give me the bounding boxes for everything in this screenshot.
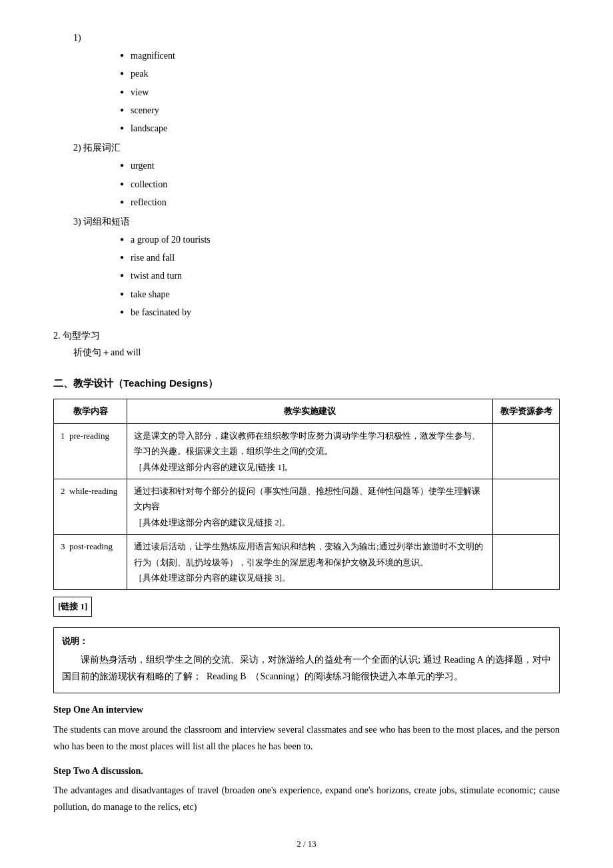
vocab-section-2-title: 拓展词汇 xyxy=(83,143,121,153)
table-cell-suggestion-1: 这是课文的导入部分，建议教师在组织教学时应努力调动学生学习积极性，激发学生参与、… xyxy=(127,423,493,479)
list-item: take shape xyxy=(113,286,560,303)
table-cell-suggestion-3: 通过读后活动，让学生熟练应用语言知识和结构，变输入为输出;通过列举出旅游时不文明… xyxy=(127,535,493,590)
sentence-num: 2. xyxy=(53,331,61,341)
vocab-num-1: 1) xyxy=(73,33,81,43)
vocab-section-2-header: 2) 拓展词汇 xyxy=(73,139,560,156)
vocab-section-2: 2) 拓展词汇 urgent collection reflection xyxy=(53,139,560,211)
vocab-section-1-header: 1) xyxy=(73,29,560,46)
table-cell-content-1: 1 pre-reading xyxy=(54,423,127,479)
list-item: scenery xyxy=(113,102,560,119)
list-item: a group of 20 tourists xyxy=(113,231,560,248)
link1-box: 说明： 课前热身活动，组织学生之间的交流、采访，对旅游给人的益处有一个全面的认识… xyxy=(53,627,560,694)
list-item: view xyxy=(113,84,560,101)
vocab-num-3: 3) xyxy=(73,217,81,227)
table-cell-content-3: 3 post-reading xyxy=(54,535,127,590)
vocab-items-3: a group of 20 tourists rise and fall twi… xyxy=(113,231,560,321)
section2-title: 二、教学设计（Teaching Designs） xyxy=(53,374,560,392)
vocab-section-3-title: 词组和短语 xyxy=(83,217,130,227)
teaching-table: 教学内容 教学实施建议 教学资源参考 1 pre-reading 这是课文的导入… xyxy=(53,399,560,590)
vocab-items-2: urgent collection reflection xyxy=(113,157,560,211)
table-row: 3 post-reading 通过读后活动，让学生熟练应用语言知识和结构，变输入… xyxy=(54,535,560,590)
vocab-list-2: urgent collection reflection xyxy=(73,157,560,211)
list-item: be fascinated by xyxy=(113,304,560,321)
step2-title: Step Two A discussion. xyxy=(53,763,560,779)
sentence-title: 句型学习 xyxy=(63,331,100,341)
sentence-section: 2. 句型学习 祈使句＋and will xyxy=(53,327,560,361)
vocab-items-1: magnificent peak view scenery landscape xyxy=(113,47,560,137)
list-item: reflection xyxy=(113,194,560,211)
table-cell-resource-2 xyxy=(493,479,560,534)
step1-title: Step One An interview xyxy=(53,701,560,718)
table-row: 1 pre-reading 这是课文的导入部分，建议教师在组织教学时应努力调动学… xyxy=(54,423,560,479)
vocab-num-2: 2) xyxy=(73,143,81,153)
table-header-resource: 教学资源参考 xyxy=(493,399,560,423)
table-header-content: 教学内容 xyxy=(54,399,127,423)
table-header-suggestion: 教学实施建议 xyxy=(127,399,493,423)
table-header-row: 教学内容 教学实施建议 教学资源参考 xyxy=(54,399,560,423)
table-cell-resource-3 xyxy=(493,535,560,590)
step1-content: The students can move around the classro… xyxy=(53,721,560,755)
table-cell-suggestion-2: 通过扫读和针对每个部分的提问（事实性问题、推想性问题、延伸性问题等）使学生理解课… xyxy=(127,479,493,534)
link1-label-outside: [链接 1] xyxy=(53,597,560,620)
table-cell-resource-1 xyxy=(493,423,560,479)
list-item: urgent xyxy=(113,157,560,174)
table-cell-content-2: 2 while-reading xyxy=(54,479,127,534)
vocab-section-1: 1) magnificent peak view scenery landsca… xyxy=(53,29,560,137)
sentence-content: 祈使句＋and will xyxy=(53,344,560,361)
list-item: collection xyxy=(113,176,560,193)
list-item: twist and turn xyxy=(113,267,560,284)
list-item: rise and fall xyxy=(113,249,560,266)
vocab-section-3-header: 3) 词组和短语 xyxy=(73,213,560,230)
list-item: magnificent xyxy=(113,47,560,64)
list-item: peak xyxy=(113,65,560,82)
link1-note-content: 课前热身活动，组织学生之间的交流、采访，对旅游给人的益处有一个全面的认识; 通过… xyxy=(62,651,551,685)
link1-note-label: 说明： xyxy=(62,633,551,649)
step2-content: The advantages and disadvantages of trav… xyxy=(53,782,560,815)
page-footer: 2 / 13 xyxy=(53,836,560,851)
vocab-list-1: magnificent peak view scenery landscape xyxy=(73,47,560,137)
table-row: 2 while-reading 通过扫读和针对每个部分的提问（事实性问题、推想性… xyxy=(54,479,560,534)
page-content: 1) magnificent peak view scenery landsca… xyxy=(53,29,560,851)
vocab-section-3: 3) 词组和短语 a group of 20 tourists rise and… xyxy=(53,213,560,321)
list-item: landscape xyxy=(113,120,560,137)
vocab-list-3: a group of 20 tourists rise and fall twi… xyxy=(73,231,560,321)
page-number: 2 / 13 xyxy=(297,839,316,849)
